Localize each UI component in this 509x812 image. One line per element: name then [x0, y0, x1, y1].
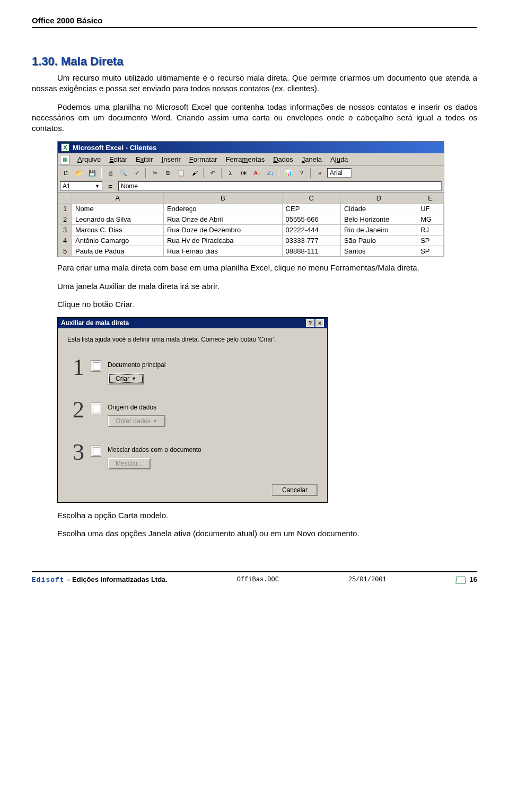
- step-number-2: 2: [67, 399, 84, 421]
- paste-icon[interactable]: 📋: [175, 168, 187, 178]
- cell[interactable]: SP: [417, 235, 444, 246]
- menu-arquivo[interactable]: Arquivo: [74, 154, 104, 164]
- open-icon[interactable]: 📂: [73, 168, 85, 178]
- help-icon[interactable]: ?: [296, 168, 308, 178]
- menu-formatar[interactable]: Formatar: [186, 154, 221, 164]
- cell[interactable]: Antônio Camargo: [72, 235, 164, 246]
- cell[interactable]: 05555-666: [282, 214, 340, 225]
- col-header-a[interactable]: A: [72, 193, 164, 204]
- cell[interactable]: Rua Fernão dias: [163, 246, 282, 257]
- mailmerge-dialog: Auxiliar de mala direta ? × Esta lista a…: [57, 317, 328, 503]
- paragraph-2: Podemos uma planilha no Microsoft Excel …: [32, 102, 477, 134]
- col-header-e[interactable]: E: [417, 193, 444, 204]
- new-icon[interactable]: 🗋: [60, 168, 72, 178]
- cell[interactable]: Rua Onze de Abril: [163, 214, 282, 225]
- cell[interactable]: Rua Doze de Dezembro: [163, 225, 282, 235]
- footer-company: Edisoft – Edições Informatizadas Ltda.: [32, 575, 168, 584]
- cell[interactable]: Belo Horizonte: [340, 214, 417, 225]
- fx-icon[interactable]: f∗: [238, 168, 250, 178]
- cell[interactable]: Rua Hv de Piracicaba: [163, 235, 282, 246]
- footer-filename: OffiBas.DOC: [237, 576, 279, 583]
- page-footer: Edisoft – Edições Informatizadas Ltda. O…: [32, 575, 477, 584]
- preview-icon[interactable]: 🔍: [118, 168, 129, 178]
- paragraph-6: Escolha a opção Carta modelo.: [32, 510, 477, 521]
- menu-janela[interactable]: Janela: [298, 154, 326, 164]
- cell[interactable]: 08888-111: [282, 246, 340, 257]
- header-rule: [32, 27, 477, 28]
- cell[interactable]: MG: [417, 214, 444, 225]
- cell[interactable]: Endereço: [163, 204, 282, 214]
- footer-brand: Edisoft: [32, 576, 65, 584]
- format-painter-icon[interactable]: 🖌: [189, 168, 200, 178]
- workbook-icon: ▦: [60, 155, 69, 164]
- table-row: 4 Antônio Camargo Rua Hv de Piracicaba 0…: [58, 235, 444, 246]
- print-icon[interactable]: 🖨: [104, 168, 116, 178]
- cell[interactable]: SP: [417, 246, 444, 257]
- menu-editar[interactable]: Editar: [106, 154, 131, 164]
- corner-cell[interactable]: [58, 193, 72, 204]
- dialog-title-text: Auxiliar de mala direta: [61, 319, 129, 327]
- dialog-footer: Cancelar: [67, 484, 318, 496]
- cell[interactable]: Marcos C. Dias: [72, 225, 164, 235]
- chevron-down-icon: ▼: [131, 376, 136, 381]
- cell[interactable]: Cidade: [340, 204, 417, 214]
- excel-toolbar: 🗋 📂 💾 🖨 🔍 ✓ ✂ ⧉ 📋 🖌 ↶ Σ f∗ A↓ Z↓ 📊 ? » A…: [58, 166, 444, 180]
- cell[interactable]: Nome: [72, 204, 164, 214]
- row-header[interactable]: 4: [58, 235, 72, 246]
- paragraph-7: Escolha uma das opções Janela ativa (doc…: [32, 528, 477, 539]
- chevron-down-icon: ▼: [153, 418, 157, 424]
- step2-label: Origem de dados: [108, 404, 318, 411]
- col-header-d[interactable]: D: [340, 193, 417, 204]
- row-header[interactable]: 5: [58, 246, 72, 257]
- more-icon[interactable]: »: [314, 168, 326, 178]
- copy-icon[interactable]: ⧉: [162, 168, 174, 178]
- cell[interactable]: 03333-777: [282, 235, 340, 246]
- cell[interactable]: Rio de Janeiro: [340, 225, 417, 235]
- undo-icon[interactable]: ↶: [207, 168, 218, 178]
- font-selector[interactable]: Arial: [327, 168, 352, 178]
- excel-title-text: Microsoft Excel - Clientes: [73, 144, 156, 152]
- row-header[interactable]: 2: [58, 214, 72, 225]
- col-header-b[interactable]: B: [163, 193, 282, 204]
- cut-icon[interactable]: ✂: [149, 168, 161, 178]
- col-header-c[interactable]: C: [282, 193, 340, 204]
- save-icon[interactable]: 💾: [86, 168, 98, 178]
- step-number-3: 3: [67, 442, 84, 463]
- paragraph-3: Para criar uma mala direta com base em u…: [32, 263, 477, 273]
- cell[interactable]: UF: [417, 204, 444, 214]
- sort-desc-icon[interactable]: Z↓: [265, 168, 276, 178]
- cell[interactable]: Leonardo da Silva: [72, 214, 164, 225]
- section-heading: 1.30. Mala Direta: [32, 55, 477, 68]
- equals-button[interactable]: =: [106, 182, 115, 190]
- help-icon[interactable]: ?: [306, 319, 314, 327]
- row-header[interactable]: 1: [58, 204, 72, 214]
- document-icon: [91, 360, 101, 372]
- book-icon: [455, 576, 466, 583]
- criar-button[interactable]: Criar ▼: [108, 373, 144, 385]
- menu-exibir[interactable]: Exibir: [132, 154, 157, 164]
- name-box[interactable]: A1 ▼: [60, 181, 102, 191]
- chart-icon[interactable]: 📊: [283, 168, 294, 178]
- footer-rule: [32, 571, 477, 572]
- menu-inserir[interactable]: Inserir: [158, 154, 185, 164]
- close-icon[interactable]: ×: [315, 319, 324, 327]
- cell[interactable]: Paula de Padua: [72, 246, 164, 257]
- menu-ferramentas[interactable]: Ferramentas: [222, 154, 268, 164]
- spell-icon[interactable]: ✓: [131, 168, 143, 178]
- cell[interactable]: CEP: [282, 204, 340, 214]
- autosum-icon[interactable]: Σ: [225, 168, 236, 178]
- cell[interactable]: Santos: [340, 246, 417, 257]
- formula-value[interactable]: Nome: [118, 181, 442, 191]
- footer-page: 16: [456, 575, 477, 583]
- row-header[interactable]: 3: [58, 225, 72, 235]
- sort-asc-icon[interactable]: A↓: [251, 168, 263, 178]
- cell[interactable]: 02222-444: [282, 225, 340, 235]
- menu-dados[interactable]: Dados: [269, 154, 297, 164]
- excel-grid: A B C D E 1 Nome Endereço CEP Cidade UF …: [58, 193, 444, 257]
- table-row: 2 Leonardo da Silva Rua Onze de Abril 05…: [58, 214, 444, 225]
- cell[interactable]: São Paulo: [340, 235, 417, 246]
- cancelar-button[interactable]: Cancelar: [272, 484, 318, 496]
- menu-ajuda[interactable]: Ajuda: [327, 154, 352, 164]
- dialog-step-1: 1 Documento principal Criar ▼: [67, 357, 318, 385]
- cell[interactable]: RJ: [417, 225, 444, 235]
